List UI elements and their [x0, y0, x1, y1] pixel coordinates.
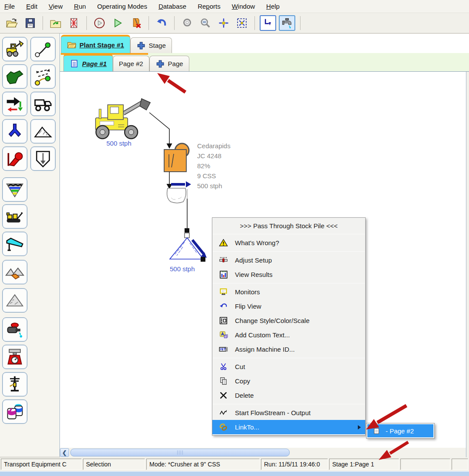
menu-separator — [213, 251, 365, 252]
tool-paint-buckets[interactable] — [2, 399, 27, 424]
fit-view-button[interactable] — [233, 15, 251, 31]
submenu-item-page-2[interactable]: - Page #2 — [367, 424, 433, 437]
tool-feeder-conveyor[interactable] — [2, 232, 27, 256]
menu-reports[interactable]: Reports — [198, 3, 221, 10]
tool-track-plant[interactable] — [2, 204, 27, 229]
tool-water-valve[interactable] — [2, 317, 27, 342]
flow-connector-crusher-bucket[interactable] — [167, 172, 192, 189]
tool-wheel-loader[interactable] — [2, 37, 27, 61]
context-menu-item-monitors[interactable]: Monitors — [212, 285, 365, 299]
submenu-arrow-icon — [358, 425, 361, 429]
tab-add-stage[interactable]: Stage — [130, 37, 172, 53]
zoom-ring-button[interactable] — [178, 15, 196, 31]
tool-splitter[interactable] — [2, 119, 27, 143]
delete-icon — [219, 391, 228, 400]
crusher-model-label: JC 4248 — [197, 151, 231, 161]
tool-excavator[interactable] — [2, 64, 27, 89]
horizontal-scrollbar: ❮ — [60, 448, 466, 457]
context-menu-title: >>> Pass Through Stock Pile <<< — [212, 219, 365, 233]
notepad-icon — [69, 59, 79, 68]
delete-page-button[interactable] — [65, 15, 83, 31]
water-faucet-icon — [281, 17, 293, 29]
splitter-icon — [5, 122, 24, 141]
menu-help[interactable]: Help — [266, 3, 280, 10]
menu-bar: File Edit View Run Operating Modes Datab… — [0, 0, 469, 13]
context-menu-item-start-flowstream[interactable]: Start FlowStream - Output — [212, 406, 365, 420]
stockpile-rate-label: 500 stph — [170, 265, 195, 273]
refresh-plant-button[interactable] — [46, 15, 65, 31]
tool-crusher[interactable] — [2, 146, 27, 171]
open-folder-icon — [6, 17, 18, 29]
scrollbar-thumb[interactable] — [70, 449, 290, 456]
context-menu-item-delete[interactable]: Delete — [212, 388, 365, 403]
tool-gravel-pile[interactable] — [2, 288, 27, 313]
tool-scale[interactable] — [2, 345, 27, 369]
add-text-icon — [219, 330, 228, 340]
status-cell-empty-small — [452, 459, 468, 470]
excavator-icon — [5, 67, 24, 86]
crusher-make-label: Cedarapids — [197, 141, 231, 151]
toolbar-separator — [86, 16, 87, 30]
context-menu-item-change-style[interactable]: Change Style/Color/Scale — [212, 313, 365, 328]
menu-file[interactable]: File — [4, 3, 15, 10]
toolbar-separator — [174, 16, 175, 30]
crusher-node[interactable] — [164, 143, 189, 172]
delete-run-button[interactable] — [127, 15, 145, 31]
bucket-node[interactable] — [167, 188, 187, 203]
open-plant-button[interactable] — [3, 15, 21, 31]
tab-plant-stage-1[interactable]: Plant Stage #1 — [61, 35, 130, 53]
status-cell-mode: Mode: *Crusher at 9" CSS — [146, 459, 260, 470]
menu-run[interactable]: Run — [74, 3, 86, 10]
tool-conveyor-segment[interactable] — [30, 37, 56, 61]
context-menu-item-whats-wrong[interactable]: What's Wrong? — [212, 236, 365, 250]
tab-add-page[interactable]: Page — [149, 56, 189, 71]
surge-pile-icon — [5, 263, 24, 282]
context-menu-item-copy[interactable]: Copy — [212, 374, 365, 388]
tool-hopper-bin[interactable] — [30, 146, 56, 171]
context-menu-item-linkto[interactable]: LinkTo... — [212, 420, 365, 434]
crusher-rate-label: 500 stph — [197, 181, 231, 191]
menu-view[interactable]: View — [49, 3, 63, 10]
run-button[interactable] — [109, 15, 127, 31]
delete-run-icon — [130, 17, 142, 29]
tool-dump-truck[interactable] — [30, 92, 56, 116]
tool-screen-deck[interactable] — [2, 177, 27, 202]
zoom-out-button[interactable] — [196, 15, 215, 31]
stockpile-node[interactable] — [170, 238, 207, 262]
menu-operating-modes[interactable]: Operating Modes — [97, 3, 147, 10]
context-menu-item-adjust-setup[interactable]: Adjust Setup — [212, 253, 365, 267]
menu-edit[interactable]: Edit — [26, 3, 37, 10]
tool-flow-arrows[interactable] — [2, 92, 27, 116]
cut-icon — [219, 362, 228, 371]
menu-window[interactable]: Window — [232, 3, 255, 10]
save-button[interactable] — [21, 15, 39, 31]
status-cell-empty — [400, 459, 450, 470]
tool-stockpile-sketch[interactable] — [30, 119, 56, 143]
layout-mode-button[interactable] — [260, 15, 276, 31]
tool-utility-pole[interactable] — [2, 372, 27, 396]
context-menu-item-add-custom-text[interactable]: Add Custom Text... — [212, 328, 365, 342]
flow-connector-loader-crusher[interactable] — [149, 113, 172, 149]
run-disabled-button[interactable] — [90, 15, 109, 31]
water-mode-button[interactable] — [279, 15, 295, 31]
utility-pole-icon — [5, 375, 24, 394]
tool-surge-pile[interactable] — [2, 260, 27, 284]
wheel-loader-node[interactable] — [96, 99, 150, 139]
undo-button[interactable] — [152, 15, 171, 31]
context-menu-item-cut[interactable]: Cut — [212, 359, 365, 374]
status-cell-run: Run: 11/5/11 19:46:0 — [261, 459, 328, 470]
tab-page-2[interactable]: Page #2 — [113, 56, 149, 71]
tool-haul-route[interactable] — [30, 64, 56, 89]
center-view-button[interactable] — [215, 15, 233, 31]
menu-separator — [213, 283, 365, 283]
context-menu-item-flip-view[interactable]: Flip View — [212, 299, 365, 313]
flowsheet-canvas[interactable]: 500 stph Cedarapids JC 4248 82% 9 CSS 50… — [60, 72, 466, 448]
gravel-pile-icon — [5, 291, 24, 310]
menu-database[interactable]: Database — [159, 3, 186, 10]
tab-page-1[interactable]: Page #1 — [63, 54, 113, 71]
scroll-left-button[interactable]: ❮ — [60, 448, 69, 457]
context-menu-item-view-results[interactable]: View Results — [212, 267, 365, 282]
center-view-icon — [218, 17, 230, 29]
flow-connector-bucket-stockpile[interactable] — [185, 199, 189, 238]
context-menu-item-assign-machine-id[interactable]: Assign Machine ID... — [212, 342, 365, 356]
